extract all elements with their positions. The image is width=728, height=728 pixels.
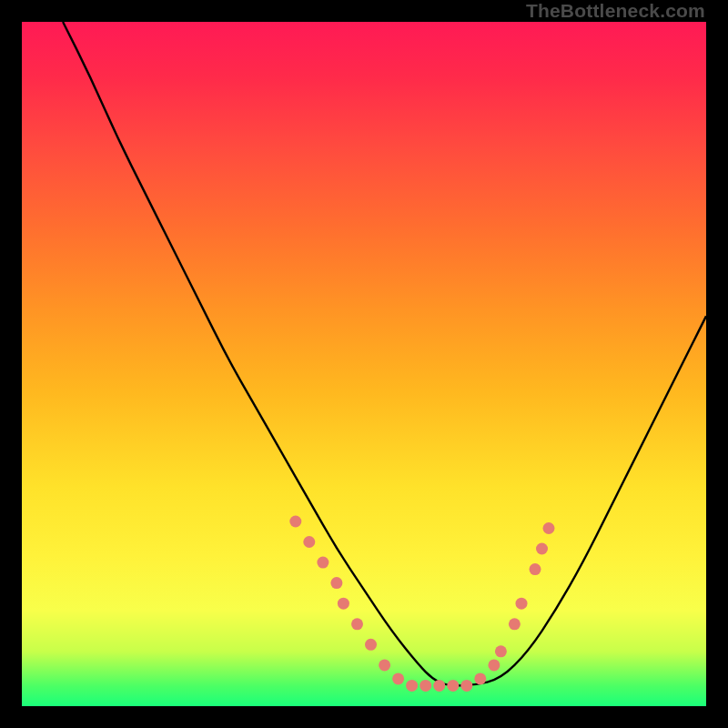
plot-area xyxy=(22,22,706,706)
highlight-dot xyxy=(433,680,445,692)
highlight-dot xyxy=(365,639,377,651)
highlight-dot xyxy=(474,672,486,684)
highlight-dot xyxy=(536,543,548,555)
highlight-dot xyxy=(495,645,507,657)
highlight-dot xyxy=(351,618,363,630)
highlight-dot xyxy=(289,516,301,528)
highlight-dot xyxy=(406,680,418,692)
highlight-dot xyxy=(530,563,541,575)
highlight-dot xyxy=(447,680,459,692)
highlight-dot xyxy=(330,577,342,589)
chart-frame: TheBottleneck.com xyxy=(0,0,728,728)
highlight-dot xyxy=(488,659,500,671)
highlight-dot xyxy=(509,618,521,630)
highlight-dot xyxy=(317,557,329,569)
highlight-dot xyxy=(392,672,404,684)
highlight-dot xyxy=(303,536,315,548)
highlight-dot xyxy=(516,598,528,610)
highlight-dot xyxy=(460,680,472,692)
highlight-dot xyxy=(338,598,349,610)
highlight-dot xyxy=(379,659,390,671)
highlight-dot xyxy=(543,522,555,534)
highlight-dot xyxy=(420,680,431,692)
bottleneck-curve xyxy=(63,22,706,685)
watermark-text: TheBottleneck.com xyxy=(526,0,705,22)
bottleneck-curve-svg xyxy=(22,22,706,706)
